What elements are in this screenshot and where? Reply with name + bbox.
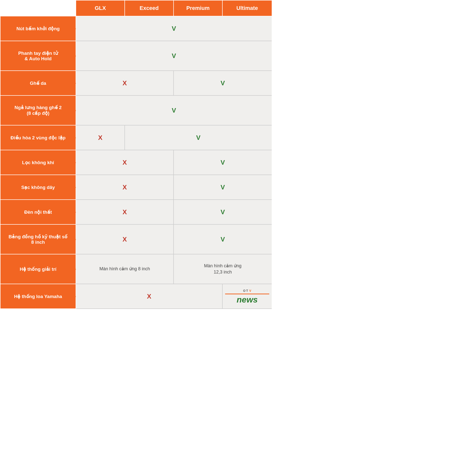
feature-sac-khong-day: Sạc không dây [0,175,76,200]
feature-nut-bam-khoi-dong: Nút bấm khởi động [0,16,76,41]
cross-icon: X [98,134,102,141]
cell-loa-glx-exceed-premium: X [76,284,222,309]
cell-sac-premium-ultimate: V [174,175,272,200]
logo-v: V [249,289,251,293]
logo-otv: OT [243,289,249,293]
cell-den-premium-ultimate: V [174,200,272,224]
feature-label: Ghế da [30,81,46,86]
cell-nga-lung-all: V [76,95,272,125]
feature-label: Ngả lưng hàng ghế 2(8 cấp độ) [14,105,61,116]
feature-nga-lung: Ngả lưng hàng ghế 2(8 cấp độ) [0,95,76,125]
cell-ghe-da-premium-ultimate: V [174,71,272,95]
col-header-premium: Premium [174,0,222,16]
cell-ghe-da-glx-exceed: X [76,71,174,95]
cell-giai-tri-premium-ultimate: Màn hình cảm ứng12,3 inch [174,254,272,284]
row-ghe-da: Ghế da X V [0,71,272,95]
feature-phanh-tay: Phanh tay điện tử& Auto Hold [0,41,76,71]
feature-he-thong-giai-tri: Hệ thống giải trí [0,254,76,284]
cell-phanh-tay-all: V [76,41,272,71]
cell-dieu-hoa-exceed-ultimate: V [125,125,272,150]
check-icon: V [172,52,176,60]
col-header-ultimate: Ultimate [222,0,272,16]
feature-label: Điều hòa 2 vùng độc lập [11,135,66,140]
col-header-glx: GLX [76,0,125,16]
row-he-thong-giai-tri: Hệ thống giải trí Màn hình cảm ứng 8 inc… [0,254,272,284]
col-header-exceed: Exceed [125,0,174,16]
cross-icon: X [122,208,127,216]
cell-loa-ultimate-logo: OT V news [222,284,272,309]
feature-label: Nút bấm khởi động [16,26,60,31]
comparison-table: GLX Exceed Premium Ultimate Nút bấm khởi… [0,0,272,309]
feature-loc-khong-khi: Lọc không khí [0,150,76,175]
check-icon: V [221,208,225,216]
cell-dieu-hoa-glx: X [76,125,125,150]
giai-tri-text-large: Màn hình cảm ứng12,3 inch [204,263,241,274]
check-icon: V [221,183,225,191]
feature-label: Sạc không dây [21,185,55,190]
feature-label: Lọc không khí [22,160,54,165]
cell-nut-bam-glx-exceed: V [76,16,272,41]
feature-label: Phanh tay điện tử& Auto Hold [18,51,58,61]
check-icon: V [196,134,200,141]
cross-icon: X [122,79,127,87]
check-icon: V [172,25,176,32]
row-nut-bam-khoi-dong: Nút bấm khởi động V [0,16,272,41]
cell-loc-glx-exceed: X [76,150,174,175]
row-he-thong-loa: Hệ thống loa Yamaha X OT V news [0,284,272,309]
cell-sac-glx-exceed: X [76,175,174,200]
feature-label: Bảng đồng hồ kỹ thuật số8 inch [9,234,68,245]
feature-label: Đèn nội thất [24,210,52,215]
check-icon: V [221,79,225,87]
cell-bang-glx-exceed: X [76,224,174,254]
row-bang-dong-ho: Bảng đồng hồ kỹ thuật số8 inch X V [0,224,272,254]
feature-dieu-hoa: Điều hòa 2 vùng độc lập [0,125,76,150]
cross-icon: X [122,183,127,191]
row-dieu-hoa: Điều hòa 2 vùng độc lập X V [0,125,272,150]
row-nga-lung: Ngả lưng hàng ghế 2(8 cấp độ) V [0,95,272,125]
feature-den-noi-that: Đèn nội thất [0,200,76,224]
row-loc-khong-khi: Lọc không khí X V [0,150,272,175]
row-den-noi-that: Đèn nội thất X V [0,200,272,224]
feature-bang-dong-ho: Bảng đồng hồ kỹ thuật số8 inch [0,224,76,254]
cross-icon: X [122,236,127,243]
cell-giai-tri-glx-exceed: Màn hình cảm ứng 8 inch [76,254,174,284]
giai-tri-text-small: Màn hình cảm ứng 8 inch [99,266,150,271]
otvnews-logo: OT V news [225,289,269,304]
cross-icon: X [122,159,127,166]
feature-label: Hệ thống giải trí [20,267,57,272]
cell-bang-premium-ultimate: V [174,224,272,254]
feature-he-thong-loa: Hệ thống loa Yamaha [0,284,76,309]
check-icon: V [221,159,225,166]
cross-icon: X [147,293,151,300]
check-icon: V [172,107,176,114]
feature-ghe-da: Ghế da [0,71,76,95]
feature-label: Hệ thống loa Yamaha [14,294,62,299]
check-icon: V [221,236,225,243]
row-phanh-tay: Phanh tay điện tử& Auto Hold V [0,41,272,71]
row-sac-khong-day: Sạc không dây X V [0,175,272,200]
cell-loc-premium-ultimate: V [174,150,272,175]
cell-den-glx-exceed: X [76,200,174,224]
logo-news-text: news [237,295,258,304]
